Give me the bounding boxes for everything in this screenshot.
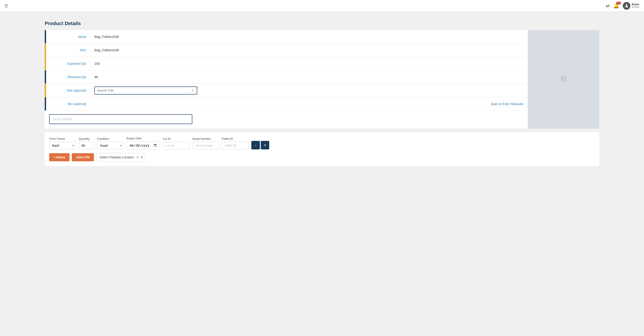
serial-number-label: Serial Number [192,137,219,140]
form-factor-label: Form Factor [49,137,76,140]
increment-button[interactable]: + [261,141,269,149]
name-row: Name Bag_FathersGift [45,30,528,44]
product-image-area [528,30,599,129]
bin-value-area: Scan or Enter Manually [91,97,528,110]
name-value: Bag_FathersGift [91,30,528,43]
condition-group: Condition Good Damaged Expired ▾ [97,137,124,149]
putaway-select-wrapper: Select Putaway Location ℹ ▾ [96,153,145,161]
quantity-group: Quantity [79,137,94,149]
bin-or-manual: Scan or Enter Manually [486,99,528,108]
expiry-date-group: Expiry Date [126,137,160,149]
add-lpn-button[interactable]: Add LPN [72,153,94,161]
expected-qty-label: Expected Qty [46,57,91,70]
quantity-label: Quantity [79,137,94,140]
received-qty-label: Received Qty [46,70,91,84]
main-content: Product Details Name Bag_FathersGift SKU… [0,12,644,175]
lot-id-group: Lot ID [163,137,190,149]
product-form: Name Bag_FathersGift SKU Bag_FathersGift… [45,30,528,129]
received-qty-row: Received Qty 90 [45,70,528,84]
bin-row: Bin (optional) Scan or Enter Manually [45,97,528,111]
expected-qty-value: 150 [91,57,528,70]
name-label: Name [46,30,91,43]
product-details-card: Name Bag_FathersGift SKU Bag_FathersGift… [45,30,599,129]
avatar-icon [623,2,630,10]
form-factor-select-wrapper: Each Box Pallet ▾ [49,142,76,149]
tote-input-wrapper: × [91,84,528,97]
pallet-id-label: Pallet ID [222,137,249,140]
bin-scan-area [91,101,486,107]
user-info: Rutvi ADMIN [632,3,640,9]
tote-search-input[interactable] [97,89,191,92]
notification-bell[interactable]: 🔔 77 [613,3,619,9]
header-right: ⇄ 🔔 77 Rutvi ADMIN [606,2,640,10]
expiry-date-label: Expiry Date [126,137,160,140]
redirect-icon[interactable]: ⇄ [606,3,610,9]
scan-tote-input[interactable] [49,114,192,124]
stepper-buttons: - + [251,141,269,149]
user-role: ADMIN [632,6,640,9]
notes-button[interactable]: + Notes [49,153,70,161]
form-factor-select[interactable]: Each Box Pallet [49,142,76,149]
condition-select[interactable]: Good Damaged Expired [97,142,124,149]
received-qty-value: 90 [91,70,528,84]
bottom-form-fields: Form Factor Each Box Pallet ▾ Quantity C… [49,137,595,149]
bin-label: Bin (optional) [46,97,91,110]
scan-text: Scan or [490,102,501,106]
enter-manually-link[interactable]: Enter Manually [502,102,523,106]
serial-number-input[interactable] [192,142,219,149]
sku-label: SKU [46,44,91,57]
bottom-actions: + Notes Add LPN Select Putaway Location … [49,153,595,161]
lot-id-input[interactable] [163,142,190,149]
expected-qty-row: Expected Qty 150 [45,57,528,70]
page-title: Product Details [45,21,599,27]
header-left: ☰ [4,3,8,8]
svg-point-2 [562,77,563,78]
condition-label: Condition [97,137,124,140]
menu-icon[interactable]: ☰ [4,3,8,8]
lot-id-label: Lot ID [163,137,190,140]
decrement-button[interactable]: - [251,141,260,149]
serial-number-group: Serial Number [192,137,219,149]
user-avatar[interactable]: Rutvi ADMIN [623,2,640,10]
pallet-id-input[interactable] [222,142,249,149]
sku-value: Bag_FathersGift [91,44,528,57]
header: ☰ ⇄ 🔔 77 Rutvi ADMIN [0,0,644,12]
notification-count: 77 [616,2,621,5]
sku-row: SKU Bag_FathersGift [45,44,528,57]
quantity-input[interactable] [79,142,94,149]
tote-input-container: × [94,86,197,95]
condition-select-wrapper: Good Damaged Expired ▾ [97,142,124,149]
putaway-location-select[interactable]: Select Putaway Location [96,153,145,161]
tote-label: Tote (optional) [46,84,91,97]
bottom-card: Form Factor Each Box Pallet ▾ Quantity C… [45,132,599,166]
broken-image-icon [560,76,567,83]
user-name: Rutvi [632,3,640,6]
form-factor-group: Form Factor Each Box Pallet ▾ [49,137,76,149]
expiry-date-input[interactable] [126,141,160,149]
tote-clear-button[interactable]: × [191,88,194,93]
svg-point-0 [626,4,628,6]
scan-tote-row [45,111,528,129]
pallet-id-group: Pallet ID [222,137,249,149]
tote-row: Tote (optional) × [45,84,528,97]
